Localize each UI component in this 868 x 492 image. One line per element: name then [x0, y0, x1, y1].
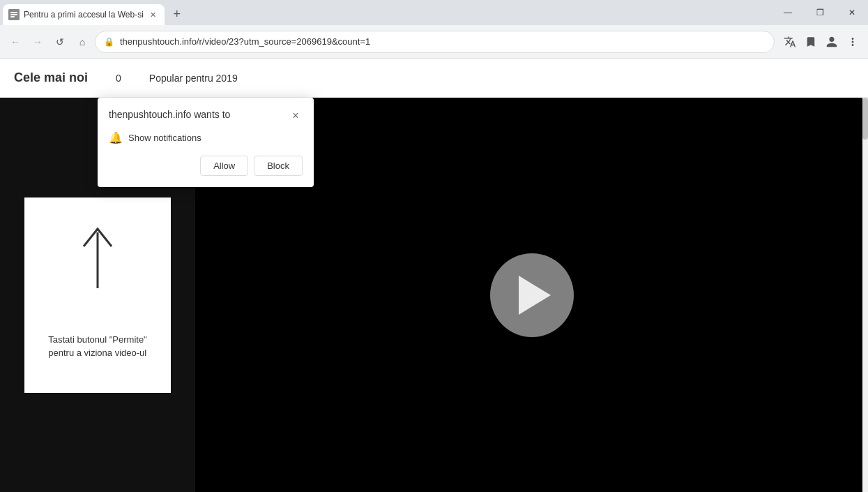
- scrollbar[interactable]: [862, 98, 868, 492]
- tab-bar: Pentru a primi accesul la Web-si ✕ + — ❒…: [0, 0, 868, 25]
- site-brand: Cele mai noi: [14, 70, 88, 85]
- back-button[interactable]: ←: [6, 32, 25, 52]
- translate-icon[interactable]: [780, 32, 800, 52]
- instruction-line2: pentru a viziona video-ul: [48, 348, 146, 358]
- feature-label: Show notifications: [128, 133, 201, 143]
- maximize-button[interactable]: ❒: [804, 0, 836, 25]
- svg-rect-2: [10, 14, 17, 15]
- instruction-text: Tastati butonul "Permite" pentru a vizio…: [48, 333, 146, 360]
- permission-popup: thenpushtouch.info wants to × 🔔 Show not…: [98, 98, 314, 187]
- allow-button[interactable]: Allow: [200, 156, 248, 176]
- bookmark-icon[interactable]: [801, 32, 821, 52]
- scrollbar-thumb[interactable]: [862, 98, 868, 140]
- content-area: Cele mai noi 0 Popular pentru 2019: [0, 59, 868, 492]
- home-button[interactable]: ⌂: [73, 32, 92, 52]
- menu-icon[interactable]: [843, 32, 862, 52]
- popup-buttons: Allow Block: [109, 156, 303, 176]
- address-bar: ← → ↺ ⌂ 🔒 thenpushtouch.info/r/video/23?…: [0, 25, 868, 59]
- window-controls: — ❒ ✕: [772, 0, 868, 25]
- browser-window: Pentru a primi accesul la Web-si ✕ + — ❒…: [0, 0, 868, 492]
- forward-button[interactable]: →: [28, 32, 47, 52]
- site-nav-count: 0: [116, 73, 121, 84]
- account-icon[interactable]: [822, 32, 842, 52]
- play-button[interactable]: [490, 253, 574, 337]
- active-tab[interactable]: Pentru a primi accesul la Web-si ✕: [3, 4, 165, 25]
- svg-rect-3: [10, 16, 15, 17]
- toolbar-icons: [780, 32, 862, 52]
- minimize-button[interactable]: —: [772, 0, 804, 25]
- tab-close-button[interactable]: ✕: [148, 9, 159, 20]
- reload-button[interactable]: ↺: [50, 32, 70, 52]
- site-topbar: Cele mai noi 0 Popular pentru 2019: [0, 59, 868, 98]
- address-input[interactable]: 🔒 thenpushtouch.info/r/video/23?utm_sour…: [95, 31, 775, 53]
- popup-header: thenpushtouch.info wants to ×: [109, 109, 303, 123]
- bell-icon: 🔔: [109, 131, 123, 144]
- tab-favicon-icon: [8, 9, 20, 20]
- svg-rect-1: [10, 12, 17, 13]
- arrow-up-icon: [73, 218, 122, 305]
- site-nav-popular: Popular pentru 2019: [149, 73, 238, 84]
- play-triangle-icon: [519, 276, 551, 315]
- block-button[interactable]: Block: [254, 156, 303, 176]
- tab-title: Pentru a primi accesul la Web-si: [24, 10, 144, 20]
- site-topbar-right: 0 Popular pentru 2019: [116, 73, 238, 84]
- lock-icon: 🔒: [104, 37, 114, 47]
- popup-title: thenpushtouch.info wants to: [109, 109, 230, 120]
- url-text: thenpushtouch.info/r/video/23?utm_source…: [120, 36, 766, 47]
- instruction-line1: Tastati butonul "Permite": [48, 334, 146, 345]
- close-button[interactable]: ✕: [836, 0, 868, 25]
- new-tab-button[interactable]: +: [167, 4, 187, 24]
- popup-close-button[interactable]: ×: [289, 109, 303, 123]
- instruction-card: Tastati butonul "Permite" pentru a vizio…: [24, 197, 171, 393]
- popup-feature: 🔔 Show notifications: [109, 131, 303, 144]
